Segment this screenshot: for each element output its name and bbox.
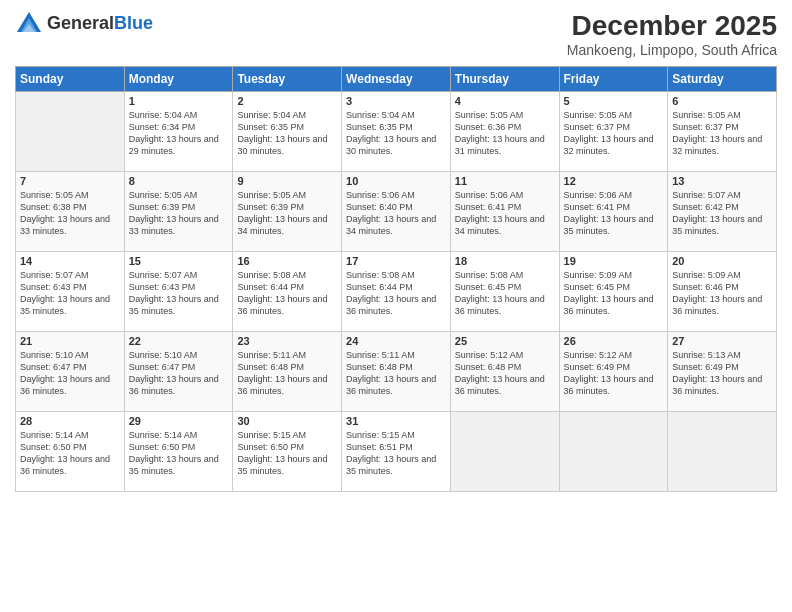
day-cell: 24Sunrise: 5:11 AM Sunset: 6:48 PM Dayli… [342, 332, 451, 412]
day-number: 12 [564, 175, 664, 187]
day-info: Sunrise: 5:04 AM Sunset: 6:35 PM Dayligh… [237, 109, 337, 158]
day-header: Tuesday [233, 67, 342, 92]
day-info: Sunrise: 5:06 AM Sunset: 6:41 PM Dayligh… [564, 189, 664, 238]
day-cell: 4Sunrise: 5:05 AM Sunset: 6:36 PM Daylig… [450, 92, 559, 172]
day-info: Sunrise: 5:10 AM Sunset: 6:47 PM Dayligh… [129, 349, 229, 398]
day-cell: 13Sunrise: 5:07 AM Sunset: 6:42 PM Dayli… [668, 172, 777, 252]
logo-general: General [47, 14, 114, 34]
day-number: 5 [564, 95, 664, 107]
day-number: 27 [672, 335, 772, 347]
header-row: SundayMondayTuesdayWednesdayThursdayFrid… [16, 67, 777, 92]
day-number: 9 [237, 175, 337, 187]
logo-blue: Blue [114, 14, 153, 34]
day-number: 31 [346, 415, 446, 427]
day-info: Sunrise: 5:08 AM Sunset: 6:45 PM Dayligh… [455, 269, 555, 318]
day-cell: 22Sunrise: 5:10 AM Sunset: 6:47 PM Dayli… [124, 332, 233, 412]
day-header: Friday [559, 67, 668, 92]
day-number: 18 [455, 255, 555, 267]
day-info: Sunrise: 5:05 AM Sunset: 6:39 PM Dayligh… [237, 189, 337, 238]
day-cell: 1Sunrise: 5:04 AM Sunset: 6:34 PM Daylig… [124, 92, 233, 172]
day-info: Sunrise: 5:09 AM Sunset: 6:46 PM Dayligh… [672, 269, 772, 318]
day-info: Sunrise: 5:08 AM Sunset: 6:44 PM Dayligh… [346, 269, 446, 318]
day-number: 19 [564, 255, 664, 267]
day-number: 17 [346, 255, 446, 267]
day-cell: 29Sunrise: 5:14 AM Sunset: 6:50 PM Dayli… [124, 412, 233, 492]
day-cell: 25Sunrise: 5:12 AM Sunset: 6:48 PM Dayli… [450, 332, 559, 412]
day-info: Sunrise: 5:05 AM Sunset: 6:37 PM Dayligh… [564, 109, 664, 158]
day-number: 24 [346, 335, 446, 347]
month-year: December 2025 [567, 10, 777, 42]
day-info: Sunrise: 5:06 AM Sunset: 6:40 PM Dayligh… [346, 189, 446, 238]
day-number: 25 [455, 335, 555, 347]
day-header: Sunday [16, 67, 125, 92]
day-info: Sunrise: 5:04 AM Sunset: 6:34 PM Dayligh… [129, 109, 229, 158]
day-cell: 8Sunrise: 5:05 AM Sunset: 6:39 PM Daylig… [124, 172, 233, 252]
calendar-table: SundayMondayTuesdayWednesdayThursdayFrid… [15, 66, 777, 492]
day-cell: 23Sunrise: 5:11 AM Sunset: 6:48 PM Dayli… [233, 332, 342, 412]
location: Mankoeng, Limpopo, South Africa [567, 42, 777, 58]
day-number: 16 [237, 255, 337, 267]
day-cell [668, 412, 777, 492]
day-info: Sunrise: 5:09 AM Sunset: 6:45 PM Dayligh… [564, 269, 664, 318]
day-header: Monday [124, 67, 233, 92]
day-number: 10 [346, 175, 446, 187]
week-row: 21Sunrise: 5:10 AM Sunset: 6:47 PM Dayli… [16, 332, 777, 412]
day-cell: 6Sunrise: 5:05 AM Sunset: 6:37 PM Daylig… [668, 92, 777, 172]
day-info: Sunrise: 5:04 AM Sunset: 6:35 PM Dayligh… [346, 109, 446, 158]
title-block: December 2025 Mankoeng, Limpopo, South A… [567, 10, 777, 58]
day-cell [450, 412, 559, 492]
day-info: Sunrise: 5:07 AM Sunset: 6:43 PM Dayligh… [20, 269, 120, 318]
day-cell: 11Sunrise: 5:06 AM Sunset: 6:41 PM Dayli… [450, 172, 559, 252]
day-info: Sunrise: 5:06 AM Sunset: 6:41 PM Dayligh… [455, 189, 555, 238]
week-row: 28Sunrise: 5:14 AM Sunset: 6:50 PM Dayli… [16, 412, 777, 492]
day-number: 22 [129, 335, 229, 347]
day-cell: 31Sunrise: 5:15 AM Sunset: 6:51 PM Dayli… [342, 412, 451, 492]
day-number: 13 [672, 175, 772, 187]
day-cell: 7Sunrise: 5:05 AM Sunset: 6:38 PM Daylig… [16, 172, 125, 252]
day-cell: 17Sunrise: 5:08 AM Sunset: 6:44 PM Dayli… [342, 252, 451, 332]
day-cell: 15Sunrise: 5:07 AM Sunset: 6:43 PM Dayli… [124, 252, 233, 332]
day-number: 11 [455, 175, 555, 187]
day-info: Sunrise: 5:15 AM Sunset: 6:50 PM Dayligh… [237, 429, 337, 478]
day-cell: 28Sunrise: 5:14 AM Sunset: 6:50 PM Dayli… [16, 412, 125, 492]
day-cell: 12Sunrise: 5:06 AM Sunset: 6:41 PM Dayli… [559, 172, 668, 252]
day-info: Sunrise: 5:12 AM Sunset: 6:49 PM Dayligh… [564, 349, 664, 398]
day-cell [16, 92, 125, 172]
day-cell: 19Sunrise: 5:09 AM Sunset: 6:45 PM Dayli… [559, 252, 668, 332]
week-row: 1Sunrise: 5:04 AM Sunset: 6:34 PM Daylig… [16, 92, 777, 172]
day-number: 3 [346, 95, 446, 107]
day-cell: 2Sunrise: 5:04 AM Sunset: 6:35 PM Daylig… [233, 92, 342, 172]
day-number: 8 [129, 175, 229, 187]
logo: GeneralBlue [15, 10, 153, 38]
day-number: 6 [672, 95, 772, 107]
day-info: Sunrise: 5:07 AM Sunset: 6:42 PM Dayligh… [672, 189, 772, 238]
day-info: Sunrise: 5:11 AM Sunset: 6:48 PM Dayligh… [346, 349, 446, 398]
day-info: Sunrise: 5:13 AM Sunset: 6:49 PM Dayligh… [672, 349, 772, 398]
day-info: Sunrise: 5:14 AM Sunset: 6:50 PM Dayligh… [20, 429, 120, 478]
day-number: 30 [237, 415, 337, 427]
day-header: Thursday [450, 67, 559, 92]
day-info: Sunrise: 5:07 AM Sunset: 6:43 PM Dayligh… [129, 269, 229, 318]
day-info: Sunrise: 5:15 AM Sunset: 6:51 PM Dayligh… [346, 429, 446, 478]
day-number: 20 [672, 255, 772, 267]
day-cell: 16Sunrise: 5:08 AM Sunset: 6:44 PM Dayli… [233, 252, 342, 332]
week-row: 7Sunrise: 5:05 AM Sunset: 6:38 PM Daylig… [16, 172, 777, 252]
day-number: 26 [564, 335, 664, 347]
day-number: 2 [237, 95, 337, 107]
day-header: Saturday [668, 67, 777, 92]
week-row: 14Sunrise: 5:07 AM Sunset: 6:43 PM Dayli… [16, 252, 777, 332]
logo-icon [15, 10, 43, 38]
day-cell: 3Sunrise: 5:04 AM Sunset: 6:35 PM Daylig… [342, 92, 451, 172]
day-number: 15 [129, 255, 229, 267]
day-cell: 9Sunrise: 5:05 AM Sunset: 6:39 PM Daylig… [233, 172, 342, 252]
day-number: 1 [129, 95, 229, 107]
day-info: Sunrise: 5:05 AM Sunset: 6:37 PM Dayligh… [672, 109, 772, 158]
day-info: Sunrise: 5:05 AM Sunset: 6:39 PM Dayligh… [129, 189, 229, 238]
day-number: 7 [20, 175, 120, 187]
day-info: Sunrise: 5:11 AM Sunset: 6:48 PM Dayligh… [237, 349, 337, 398]
day-info: Sunrise: 5:10 AM Sunset: 6:47 PM Dayligh… [20, 349, 120, 398]
day-cell [559, 412, 668, 492]
day-cell: 26Sunrise: 5:12 AM Sunset: 6:49 PM Dayli… [559, 332, 668, 412]
day-cell: 30Sunrise: 5:15 AM Sunset: 6:50 PM Dayli… [233, 412, 342, 492]
day-header: Wednesday [342, 67, 451, 92]
